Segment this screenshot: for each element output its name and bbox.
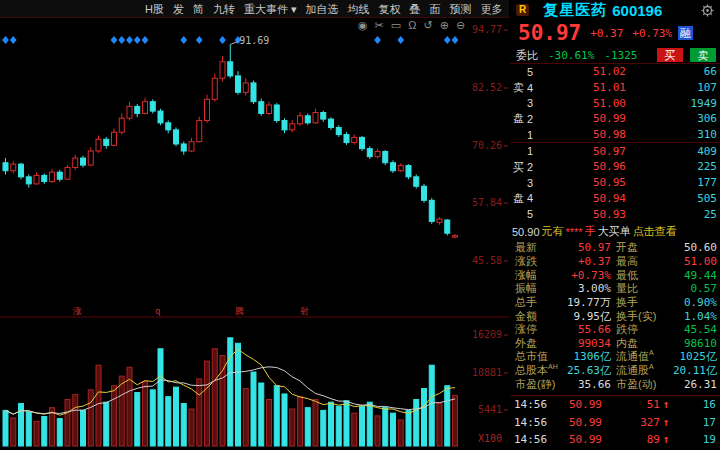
tick-count: 19 xyxy=(672,433,720,446)
weibi-value: -30.61% xyxy=(548,49,594,62)
volume-bar xyxy=(212,349,217,446)
candle-body xyxy=(243,83,248,92)
volume-axis-label: 5441 xyxy=(478,404,502,415)
candle-body xyxy=(112,132,117,145)
buy-button[interactable]: 买 xyxy=(657,48,683,62)
detail-row: 总手19.77万换手0.90% xyxy=(510,296,720,310)
candle-body xyxy=(73,158,78,167)
zoom-in-icon[interactable]: ⊕ xyxy=(440,19,449,31)
tick-count: 16 xyxy=(672,398,720,411)
volume-bar xyxy=(197,379,202,446)
banner-text: 手 xyxy=(585,224,596,239)
weicha-value: -1325 xyxy=(604,49,637,62)
candle-body xyxy=(189,142,194,151)
volume-bar xyxy=(282,394,287,446)
candle-body xyxy=(445,220,450,233)
tick-row[interactable]: 14:5650.99327↑17 xyxy=(510,414,720,432)
detail-label: 市盈(动) xyxy=(616,377,656,392)
buy-row[interactable]: 450.94505 xyxy=(527,191,720,207)
detail-cell: 市盈(静)35.66 xyxy=(510,377,611,392)
banner-text: **** xyxy=(566,226,583,238)
gear-icon[interactable] xyxy=(701,4,714,17)
buy-row[interactable]: 350.95177 xyxy=(527,175,720,191)
volume-bar xyxy=(236,343,241,446)
magnet-icon[interactable]: Ω xyxy=(408,19,416,31)
volume-bar xyxy=(305,408,310,446)
volume-bar xyxy=(437,404,442,446)
banner-text: 50.90 xyxy=(512,226,540,238)
nine-turn-diamond-icon xyxy=(219,36,226,44)
buy-row[interactable]: 150.97409 xyxy=(527,143,720,159)
up-arrow-icon: ↑ xyxy=(660,416,672,429)
detail-value: 51.00 xyxy=(638,255,717,268)
candle-body xyxy=(228,62,233,76)
rect-select-icon[interactable]: ▭ xyxy=(391,19,401,31)
level-price: 51.01 xyxy=(540,81,626,94)
candle-body xyxy=(212,78,217,99)
candle-body xyxy=(298,116,303,124)
big-order-banner[interactable]: 50.90元有****手大买单点击查看 xyxy=(510,224,720,239)
sell-row[interactable]: 250.99306 xyxy=(527,111,720,127)
candle-body xyxy=(50,172,55,181)
detail-value: 0.57 xyxy=(638,282,717,295)
detail-value: 49.44 xyxy=(638,269,717,282)
scissors-icon[interactable]: ✂ xyxy=(375,19,384,31)
volume-bar xyxy=(383,408,388,446)
undo-icon[interactable]: ↺ xyxy=(423,19,432,31)
candle-body xyxy=(321,113,326,120)
level-price: 50.95 xyxy=(540,176,626,189)
volume-bar xyxy=(205,361,210,446)
zoom-out-icon[interactable]: ⊖ xyxy=(456,19,465,31)
nine-turn-diamond-icon xyxy=(452,36,459,44)
volume-bar xyxy=(135,393,140,446)
volume-bar xyxy=(375,416,380,446)
candle-body xyxy=(143,102,148,114)
buy-row[interactable]: 250.96225 xyxy=(527,159,720,175)
nine-turn-diamond-icon xyxy=(118,36,125,44)
candle-body xyxy=(313,113,318,123)
detail-cell: 市盈(动)26.31 xyxy=(611,377,720,392)
sell-row[interactable]: 150.98310 xyxy=(527,127,720,143)
sell-button[interactable]: 卖 xyxy=(690,48,716,62)
volume-bar xyxy=(259,383,264,446)
tick-row[interactable]: 14:5650.9989↑19 xyxy=(510,431,720,449)
price-axis-label: 45.58 xyxy=(472,255,502,266)
level-volume: 177 xyxy=(626,176,720,189)
sell-row[interactable]: 551.0266 xyxy=(527,64,720,80)
volume-bar xyxy=(336,406,341,446)
detail-value: 26.31 xyxy=(656,378,717,391)
volume-bar xyxy=(189,409,194,446)
weibi-row: 委比 -30.61% -1325 买 卖 xyxy=(510,47,720,64)
tick-row[interactable]: 14:5650.9951↑16 xyxy=(510,396,720,414)
candle-body xyxy=(259,102,264,114)
sell-row[interactable]: 451.01107 xyxy=(527,80,720,96)
volume-bar xyxy=(81,410,86,446)
sell-label: 卖盘 xyxy=(510,64,527,142)
volume-bar xyxy=(19,404,24,446)
nine-turn-diamond-icon xyxy=(397,36,404,44)
chart-float-toolbar: ◉✂▭Ω↺⊕⊖ xyxy=(358,19,465,31)
banner-text: 大买单 xyxy=(598,224,631,239)
detail-grid: 最新50.97开盘50.60涨跌+0.37最高51.00涨幅+0.73%最低49… xyxy=(510,241,720,391)
volume-bar xyxy=(150,390,155,446)
candle-body xyxy=(352,137,357,142)
candle-body xyxy=(429,200,434,221)
candle-body xyxy=(88,151,93,165)
buy-row[interactable]: 550.9325 xyxy=(527,206,720,222)
sell-row[interactable]: 351.001949 xyxy=(527,95,720,111)
eye-icon[interactable]: ◉ xyxy=(358,19,368,31)
detail-value: 35.66 xyxy=(555,378,611,391)
volume-bar xyxy=(290,409,295,446)
level-price: 50.97 xyxy=(540,145,626,158)
volume-bar xyxy=(174,387,179,446)
level-volume: 310 xyxy=(626,128,720,141)
kline-chart[interactable]: 94.7782.5270.2657.8445.5891.69涨q腾射162091… xyxy=(0,0,509,450)
volume-bar xyxy=(298,397,303,446)
candle-body xyxy=(422,186,427,200)
candle-body xyxy=(367,149,372,157)
level-number: 1 xyxy=(527,129,540,141)
level-volume: 225 xyxy=(626,160,720,173)
volume-unit-label: X100 xyxy=(478,433,502,444)
quote-header: R 复星医药 600196 xyxy=(510,0,720,20)
tick-count: 17 xyxy=(672,416,720,429)
